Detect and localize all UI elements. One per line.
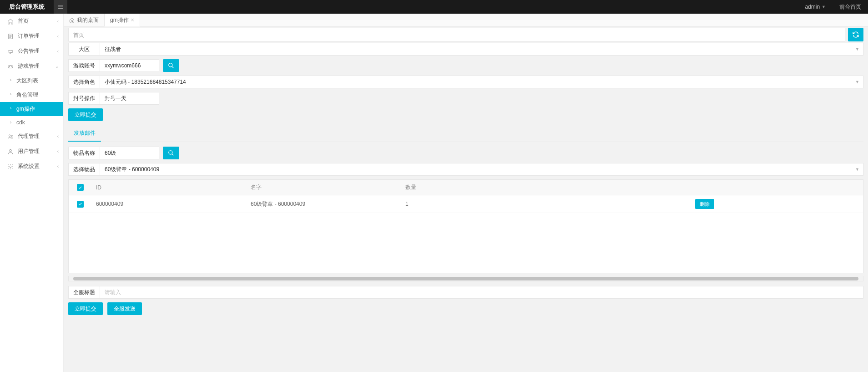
- svg-point-5: [11, 135, 12, 136]
- caret-down-icon: ▼: [855, 47, 859, 51]
- sub-tab-mail[interactable]: 发放邮件: [68, 126, 101, 142]
- global-title-input[interactable]: [100, 286, 863, 299]
- chevron-left-icon: ‹: [57, 164, 59, 169]
- svg-point-4: [9, 134, 11, 136]
- tab-gm-ops[interactable]: gm操作 ×: [105, 14, 140, 26]
- cell-name: 60级臂章 - 600000409: [246, 195, 401, 213]
- announce-icon: [7, 48, 14, 55]
- search-icon: [168, 62, 174, 69]
- row-checkbox[interactable]: [77, 201, 84, 208]
- sidebar: 首页 ‹ 订单管理 ‹ 公告管理 ‹ 游戏管理 ⌄ ›大区列表 ›角色管理 ›g…: [0, 14, 64, 372]
- region-value: 征战者: [105, 46, 121, 53]
- delete-button[interactable]: 删除: [695, 199, 714, 209]
- user-menu[interactable]: admin ▼: [798, 4, 833, 10]
- ban-select[interactable]: 封号一天: [100, 92, 159, 105]
- menu-toggle-button[interactable]: [54, 0, 67, 14]
- sidebar-item-label: gm操作: [16, 106, 35, 112]
- search-account-button[interactable]: [163, 59, 179, 72]
- submit-button-1[interactable]: 立即提交: [68, 108, 103, 121]
- topbar: 后台管理系统 admin ▼ 前台首页: [0, 0, 868, 14]
- item-name-input[interactable]: [100, 147, 159, 159]
- gear-icon: [7, 163, 14, 170]
- chevron-left-icon: ‹: [57, 49, 59, 54]
- sidebar-sub-role-manage[interactable]: ›角色管理: [0, 88, 63, 102]
- frontend-link[interactable]: 前台首页: [833, 3, 868, 11]
- item-name-label: 物品名称: [68, 147, 100, 159]
- user-icon: [7, 148, 14, 155]
- region-label: 大区: [68, 43, 100, 56]
- svg-point-2: [11, 66, 12, 66]
- close-icon[interactable]: ×: [131, 14, 134, 26]
- order-icon: [7, 33, 14, 40]
- tab-label: gm操作: [110, 14, 129, 26]
- account-label: 游戏账号: [68, 59, 100, 72]
- svg-point-7: [10, 166, 11, 168]
- chevron-left-icon: ‹: [57, 149, 59, 154]
- svg-point-8: [169, 63, 172, 67]
- table-row: 600000409 60级臂章 - 600000409 1 删除: [69, 195, 863, 213]
- table-header: ID 名字 数量: [69, 180, 863, 195]
- sidebar-item-label: cdk: [16, 119, 25, 126]
- sidebar-item-label: 角色管理: [16, 92, 38, 98]
- ban-label: 封号操作: [68, 92, 100, 105]
- scrollbar-thumb[interactable]: [73, 277, 858, 280]
- sidebar-item-label: 游戏管理: [18, 62, 40, 70]
- sidebar-sub-gm-ops[interactable]: ›gm操作: [0, 102, 63, 116]
- sidebar-item-label: 大区列表: [16, 77, 38, 84]
- sidebar-item-label: 公告管理: [18, 47, 40, 55]
- chevron-left-icon: ‹: [57, 34, 59, 39]
- search-item-button[interactable]: [163, 147, 179, 159]
- refresh-icon: [852, 31, 859, 38]
- global-title-label: 全服标题: [68, 286, 100, 299]
- brand-title: 后台管理系统: [0, 3, 54, 11]
- submit-button-2[interactable]: 立即提交: [68, 302, 103, 315]
- role-select[interactable]: 小仙元码 - 183521684815347714 ▼: [100, 76, 863, 88]
- th-action: [546, 180, 863, 195]
- sidebar-item-settings[interactable]: 系统设置 ‹: [0, 159, 63, 174]
- tab-label: 我的桌面: [77, 14, 99, 26]
- home-icon: [7, 18, 14, 25]
- sidebar-item-label: 首页: [18, 17, 29, 25]
- role-value: 小仙元码 - 183521684815347714: [105, 78, 186, 86]
- sidebar-item-agent[interactable]: 代理管理 ‹: [0, 129, 63, 144]
- refresh-button[interactable]: [848, 28, 863, 41]
- sidebar-item-home[interactable]: 首页 ‹: [0, 14, 63, 29]
- chevron-down-icon: ⌄: [55, 64, 59, 69]
- sidebar-sub-region-list[interactable]: ›大区列表: [0, 74, 63, 88]
- tab-desktop[interactable]: 我的桌面: [64, 14, 105, 26]
- page-tabs: 我的桌面 gm操作 ×: [64, 14, 868, 26]
- breadcrumb: 首页: [68, 28, 845, 41]
- caret-down-icon: ▼: [822, 5, 826, 9]
- region-select[interactable]: 征战者 ▼: [100, 43, 863, 56]
- sidebar-item-label: 用户管理: [18, 148, 40, 155]
- cell-id: 600000409: [91, 195, 246, 213]
- chevron-left-icon: ‹: [57, 19, 59, 24]
- main-content: 我的桌面 gm操作 × 首页 大区 征战者 ▼: [64, 14, 868, 372]
- cell-qty: 1: [401, 195, 546, 213]
- svg-point-9: [169, 151, 172, 154]
- sidebar-item-label: 代理管理: [18, 132, 40, 140]
- item-table: ID 名字 数量 600000409 60级臂章 - 600000409 1 删…: [68, 179, 863, 273]
- th-id: ID: [91, 180, 246, 195]
- sidebar-item-orders[interactable]: 订单管理 ‹: [0, 29, 63, 44]
- sidebar-item-announce[interactable]: 公告管理 ‹: [0, 44, 63, 59]
- sidebar-sub-cdk[interactable]: ›cdk: [0, 116, 63, 129]
- sidebar-item-game[interactable]: 游戏管理 ⌄: [0, 59, 63, 74]
- send-all-button[interactable]: 全服发送: [107, 302, 142, 315]
- th-name: 名字: [246, 180, 401, 195]
- sub-tabs: 发放邮件: [68, 126, 863, 142]
- horizontal-scrollbar[interactable]: [68, 276, 863, 281]
- search-icon: [168, 150, 174, 156]
- role-label: 选择角色: [68, 76, 100, 88]
- svg-point-3: [12, 66, 12, 67]
- account-input[interactable]: [100, 59, 159, 72]
- item-select-label: 选择物品: [68, 163, 100, 176]
- item-select-value: 60级臂章 - 600000409: [105, 166, 159, 173]
- caret-down-icon: ▼: [855, 167, 859, 172]
- ban-value: 封号一天: [105, 95, 126, 102]
- user-name: admin: [805, 4, 820, 10]
- check-all[interactable]: [77, 184, 84, 191]
- sidebar-item-label: 订单管理: [18, 32, 40, 40]
- item-select[interactable]: 60级臂章 - 600000409 ▼: [100, 163, 863, 176]
- sidebar-item-user[interactable]: 用户管理 ‹: [0, 144, 63, 159]
